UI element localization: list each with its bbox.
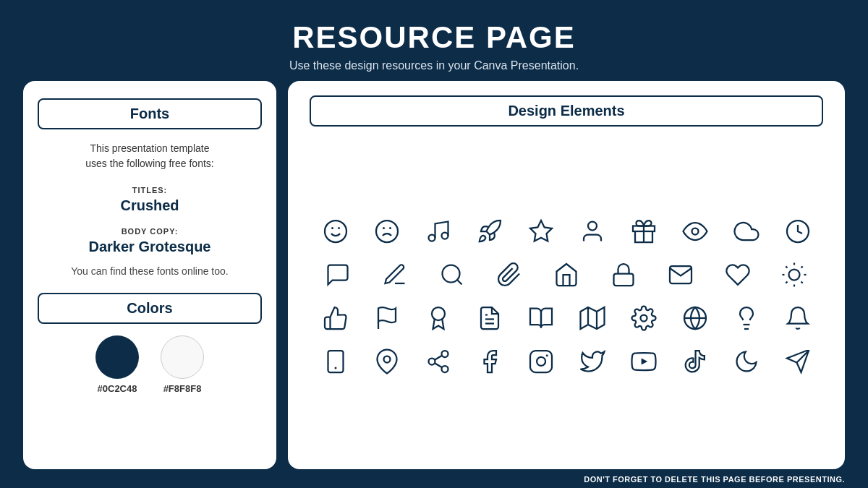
svg-point-6 [428, 235, 435, 241]
svg-line-21 [801, 282, 803, 283]
svg-point-33 [640, 315, 647, 322]
cloud-icon [726, 211, 767, 252]
svg-line-45 [434, 356, 441, 360]
svg-point-7 [441, 233, 448, 239]
fonts-find-text: You can find these fonts online too. [38, 265, 262, 277]
twitter-icon [572, 341, 613, 382]
svg-point-14 [443, 265, 460, 283]
color-hex-dark: #0C2C48 [98, 383, 137, 394]
person-icon [572, 211, 613, 252]
clock-icon [778, 211, 818, 252]
svg-marker-30 [580, 307, 604, 329]
svg-point-17 [789, 270, 800, 281]
sad-face-icon [367, 211, 407, 252]
globe-icon [675, 298, 715, 338]
icons-row-1 [310, 211, 823, 252]
tiktok-icon [675, 341, 715, 382]
rocket-icon [469, 211, 510, 252]
colors-header: Colors [38, 293, 262, 324]
thumbsup-icon [315, 298, 356, 338]
eye-icon [675, 211, 715, 252]
gear-icon [624, 298, 664, 338]
svg-marker-48 [641, 358, 647, 364]
star-icon [521, 211, 561, 252]
svg-line-25 [801, 266, 803, 267]
lightbulb-icon [726, 298, 767, 338]
svg-line-20 [786, 266, 788, 267]
pin-icon [489, 254, 529, 295]
svg-line-24 [786, 282, 788, 283]
flag-icon [367, 298, 407, 338]
document-icon [469, 298, 510, 338]
fonts-header: Fonts [38, 98, 262, 129]
colors-section: Colors #0C2C48 #F8F8F8 [38, 293, 262, 394]
color-circle-dark [95, 335, 139, 379]
megaphone-icon [778, 341, 818, 382]
color-hex-light: #F8F8F8 [163, 383, 202, 394]
titles-font-name: Crushed [38, 197, 262, 214]
book-icon [521, 298, 561, 338]
icons-row-3 [310, 298, 823, 338]
lock-icon [603, 254, 644, 295]
svg-point-43 [441, 366, 448, 372]
body-label: BODY COPY: [122, 227, 179, 236]
moon-icon [726, 341, 767, 382]
mobile-icon [315, 341, 356, 382]
main-content: Fonts This presentation templateuses the… [0, 81, 868, 469]
svg-point-9 [588, 222, 597, 231]
svg-point-0 [325, 221, 346, 242]
svg-marker-8 [530, 221, 552, 241]
facebook-icon [469, 341, 510, 382]
body-font-entry: BODY COPY: Darker Grotesque [38, 224, 262, 255]
body-font-name: Darker Grotesque [38, 239, 262, 255]
footer-note: DON'T FORGET TO DELETE THIS PAGE BEFORE … [0, 469, 868, 488]
color-swatch-light: #F8F8F8 [161, 335, 204, 394]
svg-point-42 [428, 359, 435, 365]
instagram-icon [521, 341, 561, 382]
svg-line-15 [457, 280, 462, 285]
icons-row-2 [310, 254, 823, 295]
page-title: RESOURCE PAGE [289, 20, 579, 55]
music-icon [418, 211, 459, 252]
color-swatch-dark: #0C2C48 [95, 335, 139, 394]
heart-icon [718, 254, 758, 295]
home-icon [546, 254, 587, 295]
left-panel: Fonts This presentation templateuses the… [23, 81, 276, 469]
youtube-icon [624, 341, 664, 382]
svg-point-40 [383, 356, 390, 363]
right-panel: Design Elements [288, 81, 845, 469]
titles-font-entry: TITLES: Crushed [38, 183, 262, 214]
color-circle-light [161, 335, 204, 379]
svg-rect-46 [530, 351, 552, 372]
bell-icon [778, 298, 818, 338]
svg-point-3 [376, 221, 398, 242]
share-icon [418, 341, 459, 382]
map-icon [572, 298, 613, 338]
svg-rect-16 [613, 274, 633, 286]
svg-point-12 [692, 228, 698, 235]
color-swatches: #0C2C48 #F8F8F8 [38, 335, 262, 394]
svg-line-44 [434, 363, 441, 367]
location-icon [367, 341, 407, 382]
design-elements-header: Design Elements [310, 95, 823, 127]
mail-icon [660, 254, 701, 295]
gift-icon [624, 211, 664, 252]
smiley-icon [315, 211, 356, 252]
trophy-icon [418, 298, 459, 338]
icons-grid [310, 138, 823, 455]
page-header: RESOURCE PAGE Use these design resources… [289, 0, 579, 81]
sun-icon [774, 254, 814, 295]
fonts-description: This presentation templateuses the follo… [38, 141, 262, 171]
svg-point-27 [432, 307, 445, 320]
titles-label: TITLES: [132, 186, 168, 194]
pencil-icon [375, 254, 415, 295]
svg-point-41 [441, 351, 448, 357]
page-subtitle: Use these design resources in your Canva… [289, 59, 579, 72]
search-icon [432, 254, 472, 295]
chat-icon [318, 254, 358, 295]
icons-row-4 [310, 341, 823, 382]
